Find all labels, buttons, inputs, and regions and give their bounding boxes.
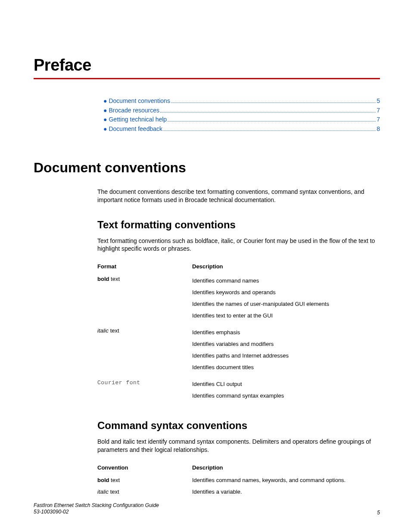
convention-cell: bold text	[97, 474, 192, 486]
format-suffix: text	[109, 276, 120, 282]
toc-item[interactable]: ● Getting technical help 7	[103, 115, 380, 124]
description-cell: Identifies a variable.	[192, 486, 363, 498]
description-cell: Identifies emphasis Identifies variables…	[192, 325, 346, 376]
format-style-word: bold	[97, 276, 109, 282]
toc-dots	[160, 107, 376, 112]
red-rule	[34, 78, 380, 79]
format-cell: bold text	[97, 273, 192, 325]
description-cell: Identifies CLI output Identifies command…	[192, 376, 346, 405]
toc-page: 5	[377, 96, 380, 106]
bullet-icon: ●	[103, 115, 107, 124]
format-suffix: text	[109, 477, 120, 483]
toc-dots	[163, 126, 376, 131]
desc-line: Identifies document titles	[192, 362, 329, 374]
toc-page: 7	[377, 106, 380, 115]
toc-label: Document conventions	[109, 96, 170, 106]
format-style-word: Courier font	[97, 380, 140, 386]
command-syntax-intro: Bold and italic text identify command sy…	[97, 438, 380, 454]
toc-page: 7	[377, 115, 380, 124]
toc-label: Document feedback	[109, 124, 162, 134]
toc: ● Document conventions 5 ● Brocade resou…	[103, 96, 380, 134]
desc-line: Identifies command names	[192, 276, 329, 287]
table-row: bold text Identifies command names Ident…	[97, 273, 346, 325]
page-footer: FastIron Ethernet Switch Stacking Config…	[34, 502, 380, 516]
table-row: Courier font Identifies CLI output Ident…	[97, 376, 346, 405]
table-row: italic text Identifies a variable.	[97, 486, 363, 498]
chapter-title: Preface	[34, 56, 380, 75]
table-header-convention: Convention	[97, 463, 192, 474]
description-cell: Identifies command names, keywords, and …	[192, 474, 363, 486]
desc-line: Identifies CLI output	[192, 379, 329, 391]
bullet-icon: ●	[103, 106, 107, 115]
footer-doc-number: 53-1003090-02	[34, 509, 159, 516]
toc-item[interactable]: ● Document feedback 8	[103, 124, 380, 134]
desc-line: Identifies text to enter at the GUI	[192, 311, 329, 322]
footer-page-number: 5	[377, 510, 380, 516]
desc-line: Identifies paths and Internet addresses	[192, 351, 329, 362]
section-intro: The document conventions describe text f…	[97, 188, 380, 204]
desc-line: Identifies the names of user-manipulated…	[192, 299, 329, 311]
toc-dots	[168, 116, 376, 121]
format-cell: Courier font	[97, 376, 192, 405]
convention-cell: italic text	[97, 486, 192, 498]
bullet-icon: ●	[103, 96, 107, 106]
desc-line: Identifies emphasis	[192, 327, 329, 339]
description-cell: Identifies command names Identifies keyw…	[192, 273, 346, 325]
format-suffix: text	[109, 488, 119, 495]
format-cell: italic text	[97, 325, 192, 376]
table-header-row: Convention Description	[97, 463, 363, 474]
desc-line: Identifies variables and modifiers	[192, 339, 329, 351]
desc-line: Identifies command syntax examples	[192, 391, 329, 402]
toc-item[interactable]: ● Document conventions 5	[103, 96, 380, 106]
bullet-icon: ●	[103, 124, 107, 134]
format-style-word: italic	[97, 327, 109, 334]
subsection-title-command-syntax: Command syntax conventions	[97, 420, 380, 432]
table-header-description: Description	[192, 261, 346, 273]
table-header-row: Format Description	[97, 261, 346, 273]
text-formatting-intro: Text formatting conventions such as bold…	[97, 237, 380, 253]
toc-item[interactable]: ● Brocade resources 7	[103, 106, 380, 115]
table-header-description: Description	[192, 463, 363, 474]
format-style-word: bold	[97, 477, 109, 483]
text-formatting-table: Format Description bold text Identifies …	[97, 261, 346, 405]
table-row: italic text Identifies emphasis Identifi…	[97, 325, 346, 376]
table-row: bold text Identifies command names, keyw…	[97, 474, 363, 486]
format-style-word: italic	[97, 488, 109, 495]
footer-guide-title: FastIron Ethernet Switch Stacking Config…	[34, 502, 159, 509]
command-syntax-table: Convention Description bold text Identif…	[97, 463, 363, 498]
section-title: Document conventions	[34, 160, 380, 176]
table-header-format: Format	[97, 261, 192, 273]
toc-label: Getting technical help	[109, 115, 167, 124]
subsection-title-text-formatting: Text formatting conventions	[97, 219, 380, 231]
toc-dots	[171, 98, 376, 103]
toc-page: 8	[377, 124, 380, 134]
desc-line: Identifies keywords and operands	[192, 287, 329, 299]
format-suffix: text	[109, 327, 119, 334]
toc-label: Brocade resources	[109, 106, 159, 115]
